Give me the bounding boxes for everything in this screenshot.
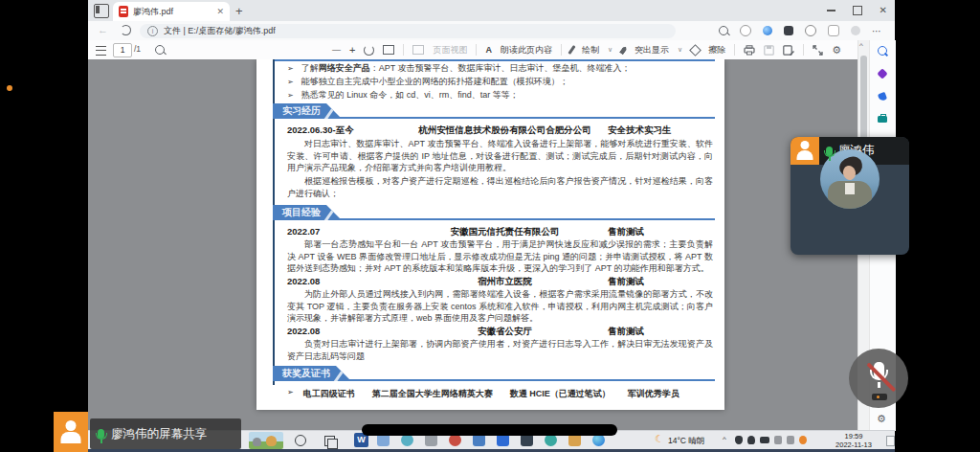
- new-tab-button[interactable]: +: [235, 4, 243, 18]
- window-controls: ✕: [827, 0, 887, 21]
- url-field[interactable]: i 文件 | E:/桌面存储/廖鸿伟.pdf: [140, 24, 676, 38]
- project-header: 2022.07 安徽国元信托责任有限公司 售前测试: [287, 226, 713, 238]
- mic-on-icon: [826, 147, 833, 156]
- page-view-label[interactable]: 页面视图: [433, 44, 467, 56]
- shared-screen: 廖鸿伟.pdf ✕ + ✕ ← i 文件 | E:/桌面存储/廖鸿伟.pdf: [88, 0, 895, 452]
- pdf-file-icon: [119, 6, 128, 17]
- refresh-icon[interactable]: [121, 25, 131, 35]
- skill-text: ：APT 攻击预警平台、数据库审计、日志审计、堡垒机、终端准入；: [370, 63, 631, 73]
- task-view-icon[interactable]: [324, 436, 335, 446]
- zoom-icon[interactable]: [719, 26, 728, 35]
- screen-share-badge[interactable]: 廖鸿伟的屏幕共享: [90, 418, 241, 449]
- history-icon[interactable]: [805, 25, 816, 36]
- highlight-chevron-icon[interactable]: ∨: [678, 46, 682, 54]
- read-aloud-label[interactable]: 朗读此页内容: [501, 44, 552, 56]
- page-view-icon[interactable]: [412, 45, 424, 55]
- erase-icon[interactable]: [689, 44, 702, 56]
- pdf-viewer-canvas[interactable]: ➢ 了解网络安全产品：APT 攻击预警平台、数据库审计、日志审计、堡垒机、终端准…: [88, 59, 858, 431]
- desktop-picture-icon[interactable]: [249, 432, 283, 449]
- internship-role: 安全技术实习生: [608, 124, 713, 137]
- toc-icon[interactable]: [96, 46, 106, 56]
- taskbar-clock[interactable]: 19:59 2022-11-13: [827, 432, 880, 449]
- active-tab[interactable]: 廖鸿伟.pdf ✕: [113, 2, 230, 21]
- skill-text: 了解: [301, 63, 319, 73]
- print-icon[interactable]: [744, 45, 755, 56]
- back-icon[interactable]: ←: [98, 24, 108, 35]
- find-in-page-icon[interactable]: [155, 45, 165, 55]
- extension-orb-icon[interactable]: [763, 26, 772, 35]
- sidebar-search-icon[interactable]: [878, 46, 887, 56]
- tray-tim-icon[interactable]: [799, 436, 807, 444]
- erase-label[interactable]: 擦除: [708, 44, 725, 56]
- zoom-out-button[interactable]: —: [332, 45, 341, 55]
- save-as-icon[interactable]: [783, 45, 794, 56]
- bullet-icon: ➢: [287, 76, 294, 88]
- tray-volume-icon[interactable]: [787, 436, 794, 444]
- rotate-icon[interactable]: [364, 45, 374, 56]
- search-circle-icon[interactable]: [295, 435, 306, 446]
- clock-date: 2022-11-13: [827, 441, 880, 449]
- person-icon: [801, 141, 810, 149]
- participant-video-tile[interactable]: 廖鸿伟: [791, 137, 909, 255]
- split-screen-icon[interactable]: [828, 25, 839, 36]
- pdf-settings-gear-icon[interactable]: ⚙: [832, 44, 841, 56]
- favorites-icon[interactable]: [740, 25, 751, 36]
- address-bar-icons: ⋯: [719, 21, 881, 40]
- draw-chevron-icon[interactable]: ∨: [608, 46, 612, 54]
- draw-label[interactable]: 绘制: [582, 44, 599, 56]
- skill-text: 能够独立自主完成中小型企业的网络的拓扑搭建和配置（模拟环境）；: [301, 76, 568, 88]
- sidebar-tag-icon[interactable]: [878, 92, 887, 102]
- internship-paragraph: 对日志审计、数据库审计、APT 攻击预警平台、终端准入设备进行上架部署，能够对系…: [287, 138, 713, 174]
- divider: [403, 44, 404, 56]
- window-maximize-button[interactable]: [853, 6, 862, 15]
- pdf-toolbar: 1 /1 — + 页面视图 A 朗读此页内容 绘制 ∨ 突出显示 ∨: [88, 40, 895, 60]
- system-tray: [735, 436, 807, 444]
- highlight-label[interactable]: 突出显示: [635, 44, 669, 56]
- participant-role-badge: [791, 137, 819, 165]
- tray-network-icon[interactable]: [774, 436, 782, 444]
- screen-share-label: 廖鸿伟的屏幕共享: [111, 426, 207, 442]
- url-text: 文件 | E:/桌面存储/廖鸿伟.pdf: [164, 25, 276, 37]
- awards-line: ➢ 电工四级证书 第二届全国大学生网络精英大赛 数通 HCIE（已通过笔试） 军…: [287, 388, 713, 400]
- tray-battery-icon[interactable]: [760, 437, 769, 443]
- save-icon[interactable]: [764, 45, 774, 56]
- profile-avatar[interactable]: [851, 26, 860, 35]
- tray-qq-icon[interactable]: [747, 436, 755, 444]
- sidebar-tools-icon[interactable]: [878, 116, 887, 123]
- meeting-app-stage: 廖鸿伟.pdf ✕ + ✕ ← i 文件 | E:/桌面存储/廖鸿伟.pdf: [0, 0, 980, 452]
- project-date: 2022.08: [287, 276, 402, 288]
- project-description: 为防止外部人员通过网线接入到内网，需部署终端准入设备，根据客户需求采用流量镜像的…: [287, 288, 713, 325]
- zoom-in-button[interactable]: +: [349, 44, 355, 56]
- info-icon[interactable]: i: [147, 26, 158, 36]
- read-aloud-icon[interactable]: A: [485, 45, 492, 55]
- browser-tab-bar: 廖鸿伟.pdf ✕ + ✕: [88, 0, 895, 21]
- mic-on-icon: [98, 429, 104, 439]
- self-participant-tile[interactable]: [54, 412, 88, 452]
- sidebar-discover-icon[interactable]: [877, 68, 887, 79]
- tray-expand-caret[interactable]: ^: [723, 435, 726, 443]
- page-number-input[interactable]: 1: [113, 43, 132, 57]
- weather-moon-icon[interactable]: ☾: [655, 433, 664, 445]
- more-menu-icon[interactable]: ⋯: [872, 26, 881, 36]
- skill-text: 熟悉常见的 Linux 命令，如 cd、vi、rm、find、tar 等等；: [301, 89, 519, 102]
- show-desktop-button[interactable]: [886, 436, 895, 446]
- tray-mic-icon[interactable]: [735, 436, 743, 444]
- draw-pen-icon[interactable]: [568, 45, 575, 55]
- tab-close-button[interactable]: ✕: [216, 7, 224, 16]
- mic-device-badge: [872, 394, 887, 400]
- skill-bullet: ➢ 熟悉常见的 Linux 命令，如 cd、vi、rm、find、tar 等等；: [287, 89, 713, 102]
- weather-text[interactable]: 14°C 晴朗: [668, 436, 704, 447]
- highlight-marker-icon[interactable]: [619, 45, 628, 55]
- sidebar-settings-gear-icon[interactable]: ⚙: [877, 413, 886, 425]
- resume-page: ➢ 了解网络安全产品：APT 攻击预警平台、数据库审计、日志审计、堡垒机、终端准…: [256, 59, 724, 410]
- fit-to-width-icon[interactable]: [383, 45, 394, 55]
- fullscreen-icon[interactable]: [813, 45, 823, 56]
- vertical-tabs-button[interactable]: [94, 4, 109, 18]
- divider: [734, 44, 735, 56]
- window-close-button[interactable]: ✕: [880, 6, 887, 15]
- collections-icon[interactable]: [784, 26, 793, 35]
- window-minimize-button[interactable]: [827, 10, 835, 11]
- mute-microphone-button[interactable]: [849, 349, 908, 408]
- project-header: 2022.08 宿州市立医院 售前测试: [287, 276, 713, 288]
- scrollbar-up-arrow[interactable]: ^: [859, 41, 863, 50]
